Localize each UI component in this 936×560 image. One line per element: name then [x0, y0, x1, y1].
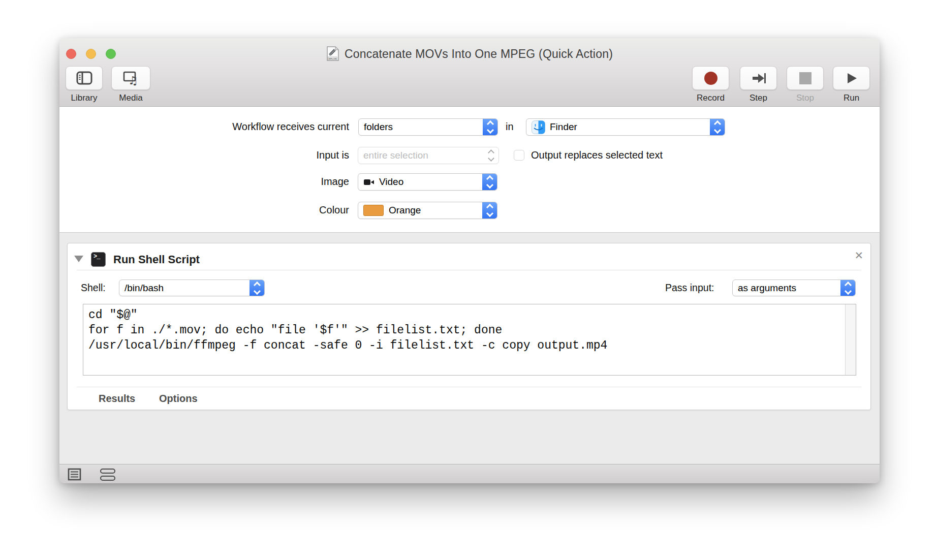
output-replaces-checkbox [514, 150, 524, 161]
terminal-icon: >_ [91, 252, 106, 267]
record-icon [704, 72, 717, 85]
svg-text:WFLOW: WFLOW [328, 57, 336, 60]
shell-label: Shell: [81, 282, 106, 294]
step-button-label: Step [740, 93, 777, 103]
stepper-icon [483, 119, 497, 135]
stepper-icon [484, 147, 498, 164]
stacked-view-icon[interactable] [100, 469, 115, 481]
shell-script-editor[interactable]: cd "$@" for f in ./*.mov; do echo "file … [83, 304, 856, 376]
application-select[interactable]: Finder [526, 118, 725, 136]
run-icon [845, 72, 858, 85]
run-shell-script-action: >_ Run Shell Script ✕ Shell: /bin/bash P… [67, 243, 871, 410]
shell-select[interactable]: /bin/bash [119, 279, 265, 296]
library-button-label: Library [66, 93, 103, 103]
step-icon [751, 71, 766, 85]
run-button[interactable]: Run [833, 66, 870, 103]
stop-button-label: Stop [787, 93, 824, 103]
run-button-label: Run [833, 93, 870, 103]
minimize-window-icon[interactable] [86, 49, 96, 59]
script-scrollbar-track[interactable] [845, 304, 856, 375]
stepper-icon [482, 174, 497, 190]
image-select[interactable]: Video [358, 173, 497, 191]
stepper-icon [249, 280, 264, 296]
colour-select[interactable]: Orange [358, 202, 497, 219]
log-view-icon[interactable] [68, 468, 81, 481]
image-label: Image [59, 176, 349, 188]
video-camera-icon [363, 177, 375, 186]
media-icon: ♫ [122, 71, 140, 86]
stepper-icon [840, 280, 855, 296]
tab-results[interactable]: Results [99, 393, 135, 405]
disclosure-triangle-icon[interactable] [74, 256, 83, 262]
finder-icon [532, 120, 545, 134]
input-is-value: entire selection [363, 150, 428, 161]
in-label: in [506, 121, 514, 133]
divider [77, 387, 861, 387]
pass-input-select[interactable]: as arguments [732, 279, 856, 296]
tab-options[interactable]: Options [159, 393, 198, 405]
window-title: Concatenate MOVs Into One MPEG (Quick Ac… [345, 47, 613, 61]
shell-value: /bin/bash [124, 283, 164, 294]
stepper-icon [482, 202, 497, 219]
image-value: Video [379, 176, 403, 188]
workflow-receives-value: folders [364, 121, 393, 133]
colour-label: Colour [59, 204, 349, 216]
stop-icon [799, 72, 812, 84]
svg-text:♫: ♫ [128, 74, 138, 86]
close-window-icon[interactable] [66, 49, 76, 59]
colour-value: Orange [389, 205, 421, 216]
desktop-background: WFLOW Concatenate MOVs Into One MPEG (Qu… [0, 0, 936, 560]
action-title: Run Shell Script [113, 253, 200, 266]
media-button-label: Media [111, 93, 150, 103]
record-button-label: Record [692, 93, 729, 103]
record-button[interactable]: Record [692, 66, 729, 103]
application-value: Finder [550, 121, 577, 133]
input-is-label: Input is [59, 149, 349, 161]
output-replaces-label: Output replaces selected text [531, 149, 663, 161]
zoom-window-icon[interactable] [106, 49, 116, 59]
divider [77, 270, 861, 270]
media-button[interactable]: ♫ Media [111, 66, 150, 103]
input-is-select: entire selection [358, 147, 499, 164]
automator-window: WFLOW Concatenate MOVs Into One MPEG (Qu… [59, 38, 880, 483]
pass-input-label: Pass input: [665, 282, 714, 294]
library-icon [76, 71, 92, 85]
workflow-canvas: >_ Run Shell Script ✕ Shell: /bin/bash P… [59, 233, 880, 464]
workflow-receives-label: Workflow receives current [59, 121, 349, 133]
workflow-document-icon: WFLOW [326, 46, 339, 61]
window-footer [59, 464, 880, 483]
pass-input-value: as arguments [738, 283, 796, 294]
titlebar: WFLOW Concatenate MOVs Into One MPEG (Qu… [131, 45, 808, 63]
shell-script-code[interactable]: cd "$@" for f in ./*.mov; do echo "file … [83, 304, 856, 356]
stepper-icon [710, 119, 725, 135]
close-action-icon[interactable]: ✕ [854, 250, 863, 261]
orange-swatch-icon [363, 205, 384, 216]
stop-button: Stop [787, 66, 824, 103]
quick-action-settings-panel: Workflow receives current folders in Fin… [59, 107, 880, 233]
step-button[interactable]: Step [740, 66, 777, 103]
workflow-receives-select[interactable]: folders [358, 118, 498, 136]
library-button[interactable]: Library [66, 66, 103, 103]
window-header: WFLOW Concatenate MOVs Into One MPEG (Qu… [59, 38, 880, 107]
